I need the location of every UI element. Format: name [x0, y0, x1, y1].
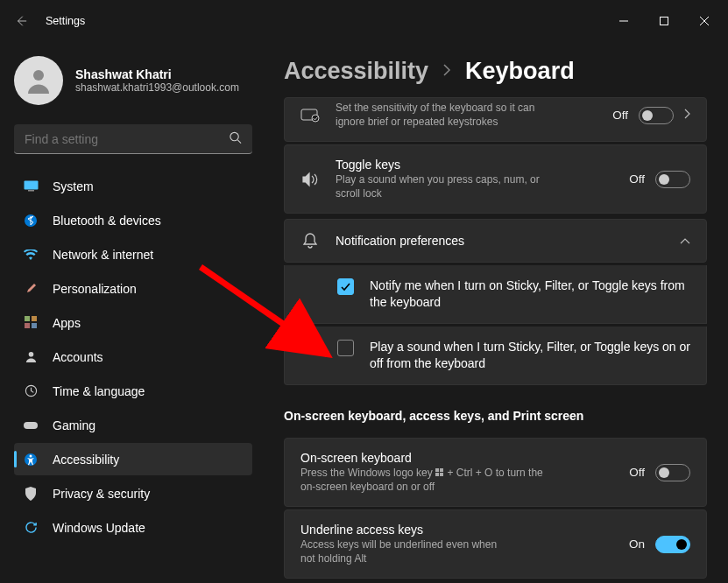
display-icon: [23, 179, 39, 194]
nav-label: Network & internet: [53, 248, 153, 262]
svg-rect-8: [28, 190, 34, 192]
nav-label: Accessibility: [53, 453, 119, 467]
nav-personalization[interactable]: Personalization: [14, 272, 252, 305]
update-icon: [23, 520, 39, 536]
minimize-button[interactable]: [604, 7, 644, 35]
svg-rect-22: [440, 468, 443, 472]
keyboard-icon: [300, 109, 320, 123]
card-desc: Access keys will be underlined even when…: [300, 538, 511, 565]
breadcrumb: Accessibility Keyboard: [284, 58, 707, 85]
bell-icon: [300, 232, 320, 249]
card-toggle-keys[interactable]: Toggle keys Play a sound when you press …: [284, 144, 707, 214]
chevron-right-icon: [442, 64, 451, 80]
card-title: Underline access keys: [300, 523, 613, 537]
play-sound-checkbox[interactable]: [337, 340, 354, 356]
clock-icon: [23, 383, 39, 399]
toggle-state: Off: [629, 172, 645, 186]
nav-bluetooth[interactable]: Bluetooth & devices: [14, 204, 252, 236]
svg-rect-12: [25, 323, 30, 328]
nav-label: System: [53, 179, 94, 193]
card-desc: Play a sound when you press caps, num, o…: [336, 173, 546, 200]
notif-pref-notify-row[interactable]: Notify me when I turn on Sticky, Filter,…: [284, 265, 707, 324]
card-notification-prefs[interactable]: Notification preferences: [284, 219, 707, 263]
card-title: Notification preferences: [336, 234, 664, 248]
window-title: Settings: [46, 15, 85, 27]
svg-point-20: [312, 115, 319, 122]
svg-point-18: [30, 454, 32, 457]
toggle-keys-toggle[interactable]: [655, 171, 690, 188]
card-filter-keys[interactable]: Set the sensitivity of the keyboard so i…: [284, 97, 707, 142]
svg-point-4: [33, 70, 44, 81]
card-underline-access[interactable]: Underline access keys Access keys will b…: [284, 509, 707, 579]
nav-label: Accounts: [53, 350, 103, 364]
close-button[interactable]: [684, 7, 724, 35]
profile-email: shashwat.khatri1993@outlook.com: [75, 81, 239, 94]
nav-network[interactable]: Network & internet: [14, 238, 252, 270]
page-title: Keyboard: [465, 58, 575, 85]
notify-checkbox[interactable]: [337, 278, 354, 295]
bluetooth-icon: [23, 213, 39, 228]
notif-pref-sound-row[interactable]: Play a sound when I turn Sticky, Filter,…: [284, 327, 707, 385]
svg-line-6: [237, 140, 241, 144]
breadcrumb-parent[interactable]: Accessibility: [284, 58, 428, 85]
svg-rect-21: [435, 468, 439, 472]
profile-name: Shashwat Khatri: [75, 67, 239, 81]
toggle-state: On: [629, 537, 645, 551]
svg-rect-10: [25, 316, 30, 321]
speaker-icon: [300, 172, 320, 187]
filter-keys-toggle[interactable]: [639, 107, 674, 124]
nav-accounts[interactable]: Accounts: [14, 341, 252, 373]
toggle-state: Off: [629, 466, 645, 479]
brush-icon: [23, 281, 39, 297]
nav-label: Personalization: [53, 282, 137, 296]
card-desc: Press the Windows logo key + Ctrl + O to…: [300, 467, 546, 494]
chevron-right-icon[interactable]: [684, 109, 690, 122]
osk-toggle[interactable]: [655, 464, 690, 481]
windows-key-icon: [435, 468, 444, 477]
user-icon: [23, 349, 39, 365]
card-osk[interactable]: On-screen keyboard Press the Windows log…: [284, 438, 707, 507]
nav-time[interactable]: Time & language: [14, 375, 252, 407]
svg-rect-1: [661, 18, 668, 25]
underline-toggle[interactable]: [655, 536, 690, 553]
card-desc: Set the sensitivity of the keyboard so i…: [336, 102, 546, 129]
back-button[interactable]: [4, 4, 39, 39]
svg-rect-16: [24, 422, 38, 429]
nav-label: Privacy & security: [53, 487, 150, 501]
nav-privacy[interactable]: Privacy & security: [14, 477, 252, 509]
nav-label: Windows Update: [53, 521, 145, 535]
nav-update[interactable]: Windows Update: [14, 511, 252, 544]
svg-point-14: [28, 352, 33, 357]
maximize-button[interactable]: [644, 7, 684, 35]
checkbox-label: Play a sound when I turn Sticky, Filter,…: [370, 339, 690, 372]
shield-icon: [23, 486, 39, 502]
svg-rect-11: [32, 316, 37, 321]
section-heading: On-screen keyboard, access keys, and Pri…: [284, 409, 707, 423]
checkbox-label: Notify me when I turn on Sticky, Filter,…: [370, 277, 690, 311]
toggle-state: Off: [612, 109, 628, 122]
nav-system[interactable]: System: [14, 170, 252, 202]
apps-icon: [23, 315, 39, 331]
nav-gaming[interactable]: Gaming: [14, 409, 252, 441]
svg-rect-13: [32, 323, 37, 328]
profile-block[interactable]: Shashwat Khatri shashwat.khatri1993@outl…: [14, 49, 252, 117]
nav-apps[interactable]: Apps: [14, 306, 252, 339]
search-box[interactable]: [14, 124, 252, 154]
svg-rect-7: [24, 181, 38, 190]
nav-accessibility[interactable]: Accessibility: [14, 443, 252, 475]
gaming-icon: [23, 418, 39, 433]
chevron-up-icon[interactable]: [680, 235, 690, 247]
search-icon: [229, 131, 242, 148]
nav-label: Time & language: [53, 384, 145, 398]
card-title: On-screen keyboard: [300, 451, 613, 465]
svg-rect-23: [435, 473, 439, 476]
svg-rect-24: [440, 473, 443, 476]
nav-label: Apps: [53, 316, 81, 330]
avatar: [14, 56, 63, 105]
search-input[interactable]: [14, 124, 252, 154]
wifi-icon: [23, 247, 39, 263]
card-title: Toggle keys: [336, 158, 613, 172]
nav-label: Bluetooth & devices: [53, 214, 161, 228]
nav-label: Gaming: [53, 418, 95, 432]
svg-point-5: [230, 132, 238, 140]
